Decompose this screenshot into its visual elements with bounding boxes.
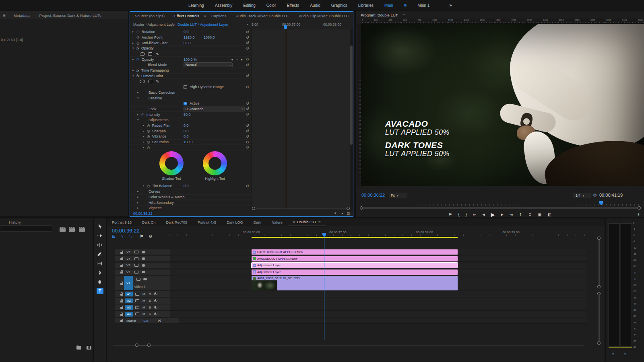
workspace-tab-main[interactable]: Main: [384, 3, 393, 8]
workspace-menu-icon[interactable]: ≡: [404, 3, 407, 8]
stopwatch-icon[interactable]: ◷: [147, 134, 150, 138]
track-header-master[interactable]: Master0.0⋈: [115, 318, 179, 324]
lock-icon[interactable]: [120, 252, 123, 254]
scrollbar-handle[interactable]: [135, 343, 138, 347]
track-target-a3[interactable]: A3: [125, 305, 133, 310]
zoom-level-dropdown[interactable]: Fit▾: [389, 193, 407, 198]
work-area-bar[interactable]: [252, 237, 458, 238]
keyframe-jump-icon[interactable]: ▸: [342, 212, 343, 215]
stopwatch-icon[interactable]: ◷: [147, 184, 150, 188]
new-item-icon[interactable]: [60, 226, 66, 233]
go-to-in-icon[interactable]: ⇤: [473, 212, 476, 217]
collapse-icon[interactable]: ▾: [132, 74, 136, 78]
track-eye-icon[interactable]: [142, 251, 145, 253]
scrollbar-handle[interactable]: [360, 206, 363, 210]
source-patch-icon[interactable]: [135, 299, 139, 302]
mute-button[interactable]: M: [142, 312, 145, 316]
reset-icon[interactable]: ↺: [246, 57, 249, 62]
source-patch-icon[interactable]: [134, 264, 138, 267]
source-patch-icon[interactable]: [135, 313, 139, 315]
track-header-a1[interactable]: A1MS: [115, 291, 170, 297]
sequence-tab[interactable]: Dark: [248, 220, 266, 224]
workspace-tab-learning[interactable]: Learning: [188, 3, 204, 8]
expand-icon[interactable]: ▸: [137, 195, 141, 199]
track-header-a3[interactable]: A3MS: [115, 304, 170, 311]
workspace-overflow-icon[interactable]: »: [449, 2, 452, 8]
solo-button[interactable]: S: [149, 306, 151, 309]
stopwatch-icon[interactable]: ◷: [147, 146, 150, 150]
track-eye-icon[interactable]: [142, 257, 145, 260]
source-patch-icon[interactable]: [135, 293, 139, 296]
expand-icon[interactable]: ▸: [132, 30, 136, 33]
rect-mask-icon[interactable]: [149, 80, 152, 83]
pen-tool-icon[interactable]: [97, 269, 103, 276]
sequence-tab[interactable]: Portrait 9 16: [107, 220, 137, 224]
clip-v1[interactable]: A001_C035_0612UG_001.R3D: [252, 276, 458, 290]
linked-selection-icon[interactable]: ⇆: [129, 234, 133, 239]
workspace-tab-audio[interactable]: Audio: [310, 3, 320, 8]
snap-magnet-icon[interactable]: ∩: [120, 234, 124, 239]
ellipse-mask-icon[interactable]: [140, 80, 145, 83]
sequence-tab[interactable]: Dark Rec709: [161, 220, 193, 224]
workspace-tab-effects[interactable]: Effects: [287, 3, 299, 8]
source-patch-icon[interactable]: [135, 306, 139, 309]
nest-toggle-icon[interactable]: ⊞: [112, 234, 116, 239]
solo-button[interactable]: S: [149, 312, 151, 316]
scrollbar-handle[interactable]: [597, 285, 601, 288]
source-patch-icon[interactable]: [134, 251, 138, 253]
stopwatch-icon[interactable]: ◷: [136, 35, 140, 39]
track-lane[interactable]: [179, 318, 586, 324]
tab-captions[interactable]: Captions: [206, 14, 231, 18]
workspace-tab-color[interactable]: Color: [266, 3, 276, 8]
tab-effect-controls[interactable]: Effect Controls: [169, 14, 204, 18]
param-value[interactable]: 0.0: [184, 134, 189, 138]
reset-icon[interactable]: ↺: [246, 107, 249, 111]
lock-icon[interactable]: [120, 265, 123, 267]
scrollbar-handle[interactable]: [597, 292, 601, 295]
go-to-out-icon[interactable]: ⇥: [510, 212, 513, 217]
expand-icon[interactable]: ▸: [132, 69, 136, 72]
sequence-tab[interactable]: Portrait 4x5: [192, 220, 221, 224]
razor-tool-icon[interactable]: [97, 251, 103, 257]
track-header-a4[interactable]: A4MS: [115, 311, 170, 317]
track-eye-icon[interactable]: [143, 278, 147, 280]
collapse-icon[interactable]: ▾: [137, 118, 141, 121]
scrollbar-thumb[interactable]: [350, 45, 353, 145]
stopwatch-icon[interactable]: ◷: [136, 41, 140, 45]
reset-icon[interactable]: ↺: [246, 30, 249, 34]
video-scrollbar[interactable]: [599, 238, 600, 288]
pen-mask-icon[interactable]: ✎: [156, 52, 159, 56]
mini-playhead[interactable]: [599, 201, 603, 205]
track-eye-icon[interactable]: [142, 264, 145, 267]
reset-icon[interactable]: ↺: [246, 140, 249, 144]
film-icon[interactable]: [87, 344, 91, 351]
lift-icon[interactable]: ↥: [519, 212, 522, 217]
stopwatch-icon[interactable]: ◷: [147, 140, 150, 144]
expand-icon[interactable]: ▸: [143, 140, 147, 144]
expand-icon[interactable]: ▸: [143, 184, 147, 187]
track-select-forward-tool-icon[interactable]: [97, 232, 103, 239]
workspace-tab-editing[interactable]: Editing: [243, 3, 256, 8]
hand-tool-icon[interactable]: [97, 279, 103, 285]
type-tool-active-icon[interactable]: T: [97, 288, 103, 294]
reset-icon[interactable]: ↺: [246, 63, 249, 67]
reset-icon[interactable]: ↺: [246, 112, 249, 117]
tab-audio-track-mixer[interactable]: Audio Track Mixer: Double LUT: [231, 14, 294, 18]
reset-icon[interactable]: ↺: [246, 41, 249, 45]
param-value[interactable]: 0.00: [184, 41, 191, 45]
param-value[interactable]: 100.0 %: [184, 58, 197, 62]
rect-mask-icon[interactable]: [149, 52, 152, 56]
program-timecode[interactable]: 00:00:36:22: [361, 193, 385, 197]
param-value[interactable]: 100.0: [184, 140, 193, 144]
expand-icon[interactable]: ▸: [137, 190, 141, 193]
mic-icon[interactable]: [155, 306, 156, 308]
stopwatch-icon[interactable]: ◷: [147, 123, 150, 128]
reset-icon[interactable]: ↺: [246, 74, 249, 78]
ec-playhead-handle[interactable]: [284, 25, 287, 29]
pen-mask-icon[interactable]: ✎: [156, 79, 159, 84]
close-icon[interactable]: ×: [293, 220, 295, 224]
tab-source-monitor[interactable]: Source: (no clips): [130, 14, 169, 18]
clip-v3-selected[interactable]: fxAdjustment Layer: [252, 263, 458, 268]
reset-icon[interactable]: ↺: [246, 134, 249, 139]
timeline-collapse-icon[interactable]: ▸: [247, 23, 248, 26]
